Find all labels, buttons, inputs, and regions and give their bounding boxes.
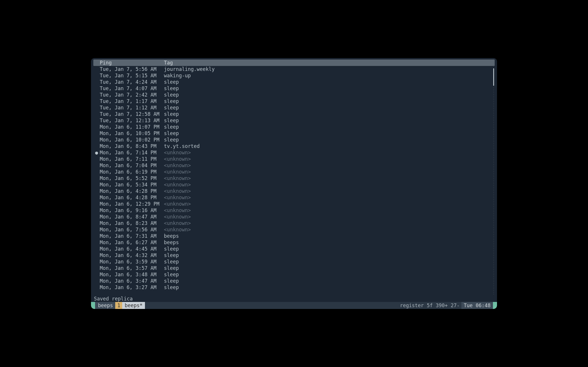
ping-cell: Tue, Jan 7, 12:13 AM [100,117,164,124]
ping-cell: Mon, Jan 6, 3:47 AM [100,278,164,284]
ping-cell: Mon, Jan 6, 6:19 PM [100,169,164,175]
table-row[interactable]: Mon, Jan 6, 8:23 AM<unknown> [93,220,495,226]
ping-cell: Mon, Jan 6, 12:29 PM [100,201,164,207]
tag-cell: beeps [164,233,495,239]
table-row[interactable]: Tue, Jan 7, 12:58 AMsleep [93,111,495,117]
status-spacer [95,302,97,309]
window-number[interactable]: 1 [115,302,122,309]
ping-cell: Mon, Jan 6, 3:27 AM [100,284,164,291]
ping-cell: Mon, Jan 6, 6:27 AM [100,239,164,246]
tag-cell: beeps [164,239,495,246]
table-row[interactable]: Mon, Jan 6, 7:11 PM<unknown> [93,156,495,162]
tag-cell: <unknown> [164,220,495,226]
table-row[interactable]: Mon, Jan 6, 4:28 PM<unknown> [93,188,495,194]
table-row[interactable]: Mon, Jan 6, 6:19 PM<unknown> [93,169,495,175]
status-line: Saved replica [93,296,495,302]
tag-cell: sleep [164,124,495,130]
tag-cell: sleep [164,79,495,85]
table-row[interactable]: Mon, Jan 6, 7:31 AMbeeps [93,233,495,239]
ping-cell: Mon, Jan 6, 3:59 AM [100,258,164,265]
table-header: Ping Tag [93,60,495,66]
ping-cell: Mon, Jan 6, 3:57 AM [100,265,164,271]
ping-cell: Tue, Jan 7, 1:12 AM [100,104,164,111]
ping-cell: Mon, Jan 6, 8:23 AM [100,220,164,226]
scrollbar-thumb[interactable] [493,68,494,86]
ping-cell: Mon, Jan 6, 7:56 AM [100,226,164,233]
ping-cell: Mon, Jan 6, 7:04 PM [100,162,164,169]
tag-cell: sleep [164,111,495,117]
ping-cell: Tue, Jan 7, 2:42 AM [100,92,164,98]
table-row[interactable]: Mon, Jan 6, 8:43 PMtv.yt.sorted [93,143,495,149]
tag-cell: <unknown> [164,156,495,162]
table-row[interactable]: Mon, Jan 6, 8:47 AM<unknown> [93,214,495,220]
table-row[interactable]: ●Mon, Jan 6, 7:14 PM<unknown> [93,149,495,156]
ping-cell: Mon, Jan 6, 7:11 PM [100,156,164,162]
table-row[interactable]: Mon, Jan 6, 3:57 AMsleep [93,265,495,271]
ping-cell: Mon, Jan 6, 4:45 AM [100,246,164,252]
tag-cell: <unknown> [164,226,495,233]
tag-cell: sleep [164,284,495,291]
ping-cell: Mon, Jan 6, 10:05 PM [100,130,164,137]
ping-cell: Mon, Jan 6, 4:32 AM [100,252,164,258]
header-tag: Tag [164,60,495,66]
table-row[interactable]: Tue, Jan 7, 5:56 AMjournaling.weekly [93,66,495,72]
tag-cell: waking-up [164,72,495,79]
tag-cell: sleep [164,92,495,98]
table-row[interactable]: Tue, Jan 7, 1:17 AMsleep [93,98,495,104]
table-row[interactable]: Tue, Jan 7, 4:07 AMsleep [93,85,495,92]
table-row[interactable]: Mon, Jan 6, 7:56 AM<unknown> [93,226,495,233]
ping-cell: Mon, Jan 6, 7:31 AM [100,233,164,239]
tag-cell: sleep [164,117,495,124]
table-row[interactable]: Mon, Jan 6, 7:04 PM<unknown> [93,162,495,169]
table-row[interactable]: Mon, Jan 6, 12:29 PM<unknown> [93,201,495,207]
header-ping: Ping [100,60,164,66]
window-name[interactable]: beeps* [122,302,145,309]
clock: Tue 06:48 [461,302,493,309]
table-row[interactable]: Mon, Jan 6, 10:05 PMsleep [93,130,495,137]
ping-cell: Tue, Jan 7, 4:07 AM [100,85,164,92]
table-row[interactable]: Mon, Jan 6, 9:16 AM<unknown> [93,207,495,214]
tag-cell: <unknown> [164,194,495,201]
table-row[interactable]: Mon, Jan 6, 4:32 AMsleep [93,252,495,258]
table-row[interactable]: Mon, Jan 6, 3:27 AMsleep [93,284,495,291]
session-name[interactable]: beeps [97,302,115,309]
ping-cell: Mon, Jan 6, 4:28 PM [100,188,164,194]
tag-cell: sleep [164,246,495,252]
ping-cell: Mon, Jan 6, 10:02 PM [100,137,164,143]
table-row[interactable]: Mon, Jan 6, 3:47 AMsleep [93,278,495,284]
scrollbar-track[interactable] [494,66,494,294]
table-row[interactable]: Tue, Jan 7, 4:24 AMsleep [93,79,495,85]
ping-cell: Tue, Jan 7, 1:17 AM [100,98,164,104]
tag-cell: sleep [164,265,495,271]
table-row[interactable]: Mon, Jan 6, 6:27 AMbeeps [93,239,495,246]
tag-cell: <unknown> [164,181,495,188]
ping-cell: Mon, Jan 6, 7:14 PM [100,149,164,156]
tag-cell: <unknown> [164,207,495,214]
table-row[interactable]: Mon, Jan 6, 5:52 PM<unknown> [93,175,495,181]
status-accent-left [91,302,95,309]
table-row[interactable]: Tue, Jan 7, 5:15 AMwaking-up [93,72,495,79]
table-row[interactable]: Tue, Jan 7, 1:12 AMsleep [93,104,495,111]
ping-cell: Tue, Jan 7, 5:56 AM [100,66,164,72]
rows-container[interactable]: Tue, Jan 7, 5:56 AMjournaling.weeklyTue,… [93,66,495,296]
table-row[interactable]: Mon, Jan 6, 10:02 PMsleep [93,137,495,143]
row-marker-icon: ● [93,149,100,156]
ping-cell: Mon, Jan 6, 8:43 PM [100,143,164,149]
table-row[interactable]: Mon, Jan 6, 4:28 PM<unknown> [93,194,495,201]
table-row[interactable]: Tue, Jan 7, 12:13 AMsleep [93,117,495,124]
table-row[interactable]: Mon, Jan 6, 11:07 PMsleep [93,124,495,130]
table-row[interactable]: Mon, Jan 6, 5:34 PM<unknown> [93,181,495,188]
ping-cell: Mon, Jan 6, 9:16 AM [100,207,164,214]
tag-cell: <unknown> [164,169,495,175]
tag-cell: sleep [164,271,495,278]
tag-cell: sleep [164,98,495,104]
tag-cell: sleep [164,258,495,265]
tag-cell: <unknown> [164,149,495,156]
tag-cell: <unknown> [164,162,495,169]
ping-cell: Mon, Jan 6, 3:48 AM [100,271,164,278]
tag-cell: sleep [164,252,495,258]
table-row[interactable]: Mon, Jan 6, 3:59 AMsleep [93,258,495,265]
table-row[interactable]: Tue, Jan 7, 2:42 AMsleep [93,92,495,98]
table-row[interactable]: Mon, Jan 6, 3:48 AMsleep [93,271,495,278]
table-row[interactable]: Mon, Jan 6, 4:45 AMsleep [93,246,495,252]
